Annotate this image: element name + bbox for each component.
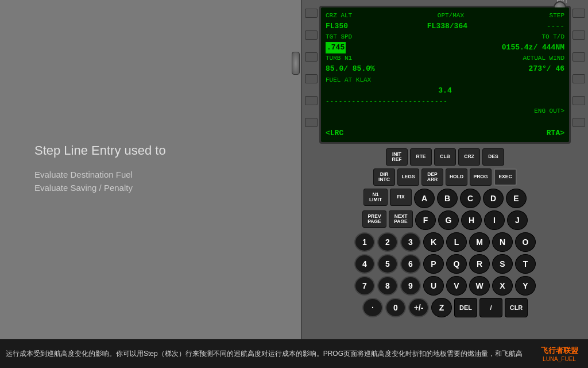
key-6[interactable]: 6 xyxy=(400,254,421,274)
step-line-title: Step Line Entry used to xyxy=(34,143,264,158)
bottom-bar: 运行成本受到巡航高度变化的影响。你可以用Step（梯次）行来预测不同的巡航高度对… xyxy=(0,339,588,368)
lsk-r5[interactable] xyxy=(572,96,585,105)
left-panel: Step Line Entry used to Evaluate Destina… xyxy=(0,0,299,339)
n1-limit-button[interactable]: N1LIMIT xyxy=(363,189,388,206)
lsk-r4[interactable] xyxy=(572,74,585,83)
key-row-page-f: PREVPAGE NEXTPAGE F G H I J xyxy=(311,210,579,230)
prog-button[interactable]: PROG xyxy=(470,168,492,186)
key-k[interactable]: K xyxy=(423,232,444,252)
key-row-123-k: 1 2 3 K L M N O xyxy=(311,232,579,252)
lsk-l2[interactable] xyxy=(305,30,318,40)
screen-line-8: 3.4 xyxy=(326,85,564,97)
screen-line-10: ENG OUT> xyxy=(326,106,564,116)
lsk-l1[interactable] xyxy=(305,9,318,18)
key-t[interactable]: T xyxy=(515,254,536,274)
lsk-r2[interactable] xyxy=(572,30,585,40)
key-dot[interactable]: · xyxy=(362,298,383,317)
screen-line-11 xyxy=(326,116,564,128)
exec-button[interactable]: EXEC xyxy=(494,168,517,186)
lsk-l5[interactable] xyxy=(305,96,318,105)
screen-line-1: CRZ ALT OPT/MAX STEP xyxy=(326,11,564,21)
bottom-text: 运行成本受到巡航高度变化的影响。你可以用Step（梯次）行来预测不同的巡航高度对… xyxy=(6,349,532,359)
key-d[interactable]: D xyxy=(483,189,504,208)
key-u[interactable]: U xyxy=(423,276,444,296)
key-row-456-p: 4 5 6 P Q R S T xyxy=(311,254,579,274)
bullet-2: Evaluate Saving / Penalty xyxy=(34,183,264,193)
clr-button[interactable]: CLR xyxy=(505,298,528,317)
key-v[interactable]: V xyxy=(446,276,467,296)
fmc-device: BRT CRZ ALT OPT/MAX STEP FL350 FL338/364… xyxy=(301,0,588,339)
keyboard-area: INITREF RTE CLB CRZ DES DIRINTC LEGS DEP… xyxy=(311,148,579,331)
dir-intc-button[interactable]: DIRINTC xyxy=(373,168,395,186)
lsk-r1[interactable] xyxy=(572,9,585,18)
screen-line-6: 85.0/ 85.0% 273°/ 46 xyxy=(326,63,564,75)
init-ref-button[interactable]: INITREF xyxy=(386,148,408,166)
key-q[interactable]: Q xyxy=(446,254,467,274)
screen-line-5: TURB N1 ACTUAL WIND xyxy=(326,53,564,63)
func-row-1: INITREF RTE CLB CRZ DES xyxy=(311,148,579,166)
key-1[interactable]: 1 xyxy=(354,232,375,252)
key-n[interactable]: N xyxy=(492,232,513,252)
key-m[interactable]: M xyxy=(469,232,490,252)
key-5[interactable]: 5 xyxy=(377,254,398,274)
del-button[interactable]: DEL xyxy=(454,298,477,317)
key-7[interactable]: 7 xyxy=(354,276,375,296)
key-row-n1-a: N1LIMIT FIX A B C D E xyxy=(311,189,579,208)
key-g[interactable]: G xyxy=(438,210,459,230)
key-w[interactable]: W xyxy=(469,276,490,296)
key-c[interactable]: C xyxy=(460,189,481,208)
key-j[interactable]: J xyxy=(507,210,528,230)
bottom-sublabel: LUNA_FUEL xyxy=(543,356,576,362)
fix-button[interactable]: FIX xyxy=(390,189,412,206)
key-4[interactable]: 4 xyxy=(354,254,375,274)
screen-line-7: FUEL AT KLAX xyxy=(326,75,564,85)
des-button[interactable]: DES xyxy=(482,148,504,166)
bottom-logo: 飞行者联盟 xyxy=(541,346,578,356)
key-o[interactable]: O xyxy=(515,232,536,252)
key-row-789-u: 7 8 9 U V W X Y xyxy=(311,276,579,296)
key-x[interactable]: X xyxy=(492,276,513,296)
key-8[interactable]: 8 xyxy=(377,276,398,296)
left-side-knob[interactable] xyxy=(292,52,300,75)
screen-line-3: TGT SPD TO T/D xyxy=(326,32,564,42)
next-page-button[interactable]: NEXTPAGE xyxy=(389,210,413,228)
key-9[interactable]: 9 xyxy=(400,276,421,296)
screen-line-2: FL350 FL338/364 ---- xyxy=(326,21,564,32)
lsk-l6[interactable] xyxy=(305,118,318,127)
key-2[interactable]: 2 xyxy=(377,232,398,252)
lsk-r3[interactable] xyxy=(572,52,585,62)
key-3[interactable]: 3 xyxy=(400,232,421,252)
key-i[interactable]: I xyxy=(484,210,505,230)
key-f[interactable]: F xyxy=(415,210,436,230)
func-row-2: DIRINTC LEGS DEPARR HOLD PROG EXEC xyxy=(311,168,579,186)
key-plusminus[interactable]: +/- xyxy=(408,298,429,317)
key-h[interactable]: H xyxy=(461,210,482,230)
screen-line-9: ---------------------------- xyxy=(326,97,564,106)
fmc-screen: CRZ ALT OPT/MAX STEP FL350 FL338/364 ---… xyxy=(321,7,569,142)
lsk-l3[interactable] xyxy=(305,52,318,62)
clb-button[interactable]: CLB xyxy=(434,148,456,166)
slash-button[interactable]: / xyxy=(479,298,502,317)
lsk-r6[interactable] xyxy=(572,118,585,127)
prev-page-button[interactable]: PREVPAGE xyxy=(362,210,386,228)
key-z[interactable]: Z xyxy=(431,298,452,317)
crz-button[interactable]: CRZ xyxy=(458,148,480,166)
key-l[interactable]: L xyxy=(446,232,467,252)
hold-button[interactable]: HOLD xyxy=(446,168,467,186)
key-s[interactable]: S xyxy=(492,254,513,274)
key-e[interactable]: E xyxy=(506,189,527,208)
key-p[interactable]: P xyxy=(423,254,444,274)
lsk-left-group xyxy=(305,9,318,127)
key-0[interactable]: 0 xyxy=(385,298,406,317)
screen-bezel: BRT CRZ ALT OPT/MAX STEP FL350 FL338/364… xyxy=(319,6,571,144)
legs-button[interactable]: LEGS xyxy=(397,168,419,186)
rte-button[interactable]: RTE xyxy=(410,148,432,166)
lsk-l4[interactable] xyxy=(305,74,318,83)
dep-arr-button[interactable]: DEPARR xyxy=(421,168,443,186)
key-a[interactable]: A xyxy=(414,189,435,208)
key-b[interactable]: B xyxy=(437,189,458,208)
lsk-right-group xyxy=(572,9,585,127)
key-y[interactable]: Y xyxy=(515,276,536,296)
key-r[interactable]: R xyxy=(469,254,490,274)
screen-line-12: <LRC RTA> xyxy=(326,128,564,139)
